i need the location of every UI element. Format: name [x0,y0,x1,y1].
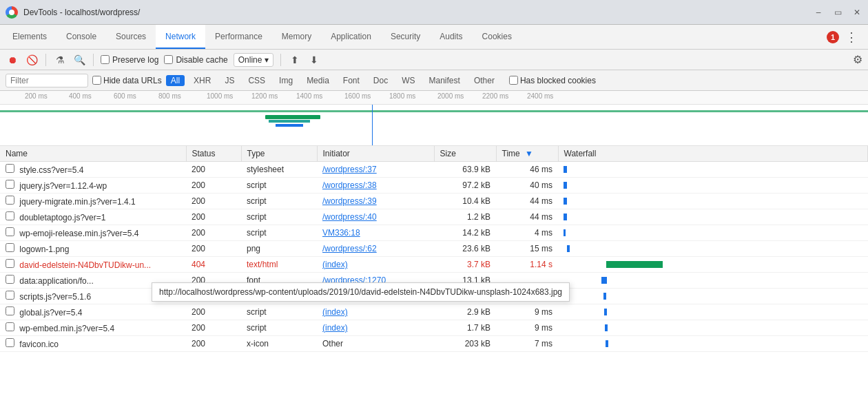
filter-css-button[interactable]: CSS [243,75,270,86]
header-type[interactable]: Type [241,146,317,162]
header-waterfall[interactable]: Waterfall [558,146,868,162]
cell-type: png [241,241,317,257]
cell-waterfall [558,178,868,194]
maximize-button[interactable]: ▭ [832,7,843,18]
export-button[interactable]: ⬇ [307,53,321,67]
cell-time: 46 ms [496,162,558,178]
ruler-tick-1400: 1400 ms [296,92,322,100]
import-button[interactable]: ⬆ [288,53,302,67]
cell-waterfall [558,289,868,304]
filter-ws-button[interactable]: WS [397,75,420,86]
cell-waterfall [558,257,868,273]
table-row[interactable]: global.js?ver=5.4 200script(index)2.9 kB… [0,304,868,320]
filter-js-button[interactable]: JS [220,75,239,86]
cell-size: 63.9 kB [434,162,496,178]
table-row[interactable]: style.css?ver=5.4 200stylesheet/wordpres… [0,162,868,178]
filter-font-button[interactable]: Font [338,75,364,86]
filter-xhr-button[interactable]: XHR [189,75,216,86]
tab-sources[interactable]: Sources [106,25,156,49]
filter-img-button[interactable]: Img [274,75,298,86]
cell-initiator: (index) [317,304,434,320]
cell-initiator: (index) [317,320,434,336]
cell-name: global.js?ver=5.4 [0,304,186,320]
filter-input[interactable] [6,74,88,87]
table-row[interactable]: wp-embed.min.js?ver=5.4 200script(index)… [0,320,868,336]
close-button[interactable]: ✕ [851,7,862,18]
cell-size: 10.4 kB [434,194,496,209]
tab-console[interactable]: Console [56,25,106,49]
tab-bar: Elements Console Sources Network Perform… [0,25,868,50]
cell-name: jquery-migrate.min.js?ver=1.4.1 [0,194,186,209]
cell-size: 2.9 kB [434,304,496,320]
chrome-logo [6,6,18,19]
tab-application[interactable]: Application [321,25,381,49]
kebab-icon: ⋮ [845,30,858,45]
header-size[interactable]: Size [434,146,496,162]
ruler-tick-2400: 2400 ms [527,92,553,100]
header-initiator[interactable]: Initiator [317,146,434,162]
table-row[interactable]: logown-1.png 200png/wordpress/:6223.6 kB… [0,241,868,257]
search-button[interactable]: 🔍 [72,53,86,67]
tab-memory[interactable]: Memory [272,25,321,49]
filter-media-button[interactable]: Media [302,75,334,86]
tab-network[interactable]: Network [156,25,205,49]
header-status[interactable]: Status [186,146,241,162]
ruler-tick-1000: 1000 ms [207,92,233,100]
timeline-visualization [0,105,868,146]
tab-performance[interactable]: Performance [205,25,272,49]
tab-elements[interactable]: Elements [3,25,56,49]
error-count-badge[interactable]: 1 [827,31,839,43]
filter-all-button[interactable]: All [166,75,185,86]
cell-name: david-edelstein-N4DbvTUDikw-un... [0,257,186,273]
cell-time: 9 ms [496,320,558,336]
timeline-bar-green2 [289,115,310,118]
disable-cache-checkbox[interactable]: Disable cache [164,55,227,65]
settings-icon[interactable]: ⚙ [853,53,862,66]
filter-manifest-button[interactable]: Manifest [424,75,465,86]
header-name[interactable]: Name [0,146,186,162]
filter-other-button[interactable]: Other [469,75,499,86]
table-row[interactable]: wp-emoji-release.min.js?ver=5.4 200scrip… [0,225,868,241]
header-time[interactable]: Time ▼ [496,146,558,162]
cell-size: 1.7 kB [434,320,496,336]
toolbar-right: ⚙ [853,53,862,66]
table-row[interactable]: favicon.ico 200x-iconOther203 kB7 ms [0,336,868,352]
hide-data-urls-checkbox[interactable]: Hide data URLs [92,76,162,85]
timeline: 200 ms 400 ms 600 ms 800 ms 1000 ms 1200… [0,91,868,146]
clear-button[interactable]: 🚫 [25,53,39,67]
cell-initiator: VM336:18 [317,225,434,241]
cell-initiator: Other [317,336,434,352]
filter-icon[interactable]: ⚗ [53,53,67,67]
table-row[interactable]: david-edelstein-N4DbvTUDikw-un... 404tex… [0,257,868,273]
preserve-log-checkbox[interactable]: Preserve log [101,55,158,65]
tab-cookies[interactable]: Cookies [473,25,521,49]
cell-time: 7 ms [496,336,558,352]
toolbar-separator-1 [45,54,46,66]
toolbar-separator-3 [280,54,281,66]
tab-security[interactable]: Security [381,25,430,49]
cell-status: 200 [186,194,241,209]
cell-type: script [241,194,317,209]
record-button[interactable]: ⏺ [6,53,19,67]
cell-waterfall [558,336,868,352]
cell-status: 404 [186,257,241,273]
window-title: DevTools - localhost/wordpress/ [23,8,807,17]
cell-name: wp-embed.min.js?ver=5.4 [0,320,186,336]
cell-type: script [241,320,317,336]
network-table: Name Status Type Initiator Size [0,146,868,352]
table-row[interactable]: jquery.js?ver=1.12.4-wp 200script/wordpr… [0,178,868,194]
minimize-button[interactable]: – [813,7,824,18]
has-blocked-cookies-checkbox[interactable]: Has blocked cookies [509,76,596,85]
table-row[interactable]: doubletaptogo.js?ver=1 200script/wordpre… [0,209,868,225]
network-table-container[interactable]: Name Status Type Initiator Size [0,146,868,416]
cell-name: doubletaptogo.js?ver=1 [0,209,186,225]
table-row[interactable]: jquery-migrate.min.js?ver=1.4.1 200scrip… [0,194,868,209]
tab-audits[interactable]: Audits [430,25,472,49]
devtools-menu-button[interactable]: ⋮ [843,29,860,45]
cell-time: 4 ms [496,225,558,241]
filter-doc-button[interactable]: Doc [369,75,393,86]
title-bar: DevTools - localhost/wordpress/ – ▭ ✕ [0,0,868,25]
cell-status: 200 [186,241,241,257]
network-throttle-select[interactable]: Online ▾ [234,53,274,67]
cell-status: 200 [186,320,241,336]
